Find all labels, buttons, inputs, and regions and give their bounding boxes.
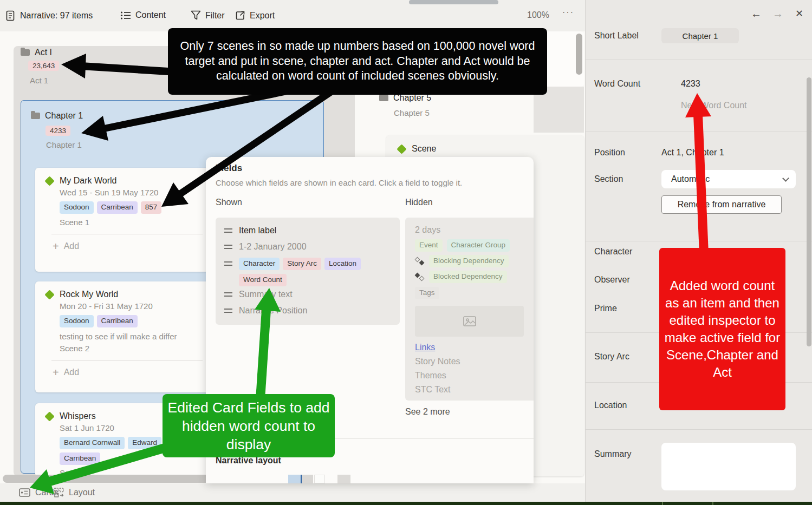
act-header[interactable]: Act I bbox=[21, 48, 52, 57]
taskbar-divider bbox=[662, 502, 663, 505]
folder-icon bbox=[379, 95, 388, 101]
drag-handle-icon[interactable] bbox=[224, 228, 232, 233]
field-event-badge[interactable]: Event bbox=[415, 239, 443, 252]
field-duration[interactable]: 2 days bbox=[405, 222, 534, 238]
section-label: Section bbox=[594, 174, 623, 184]
dialog-title: Fields bbox=[216, 163, 242, 174]
layout-icon bbox=[54, 488, 64, 497]
section-select[interactable]: Automatic bbox=[661, 170, 796, 188]
field-story-notes[interactable]: Story Notes bbox=[405, 355, 534, 369]
scene-date: Wed 15 - Sun 19 May 1720 bbox=[60, 188, 203, 197]
filter-button[interactable]: Filter bbox=[191, 10, 225, 21]
drag-handle-icon[interactable] bbox=[224, 261, 232, 266]
layout-label: Layout bbox=[69, 488, 95, 497]
scene-diamond-icon bbox=[397, 144, 406, 154]
add-button[interactable]: Add bbox=[53, 360, 203, 386]
zoom-level[interactable]: 100% bbox=[527, 10, 549, 20]
cards-button[interactable]: Cards bbox=[19, 488, 59, 497]
taskbar-strip bbox=[0, 502, 812, 505]
app-window: Narrative: 97 items Content Filter Expor… bbox=[0, 0, 812, 505]
location-label: Location bbox=[594, 401, 627, 410]
chapter-word-count-badge[interactable]: 4233 bbox=[46, 126, 70, 136]
scene-title: My Dark World bbox=[60, 176, 117, 186]
content-button[interactable]: Content bbox=[120, 10, 166, 20]
field-links[interactable]: Links bbox=[405, 340, 534, 355]
annotation-note-black: Only 7 scenes in so made up numbers base… bbox=[168, 28, 547, 95]
content-list-icon bbox=[120, 11, 131, 20]
field-character-badge[interactable]: Character bbox=[239, 258, 280, 270]
back-arrow-icon[interactable]: ← bbox=[751, 8, 762, 20]
export-button[interactable]: Export bbox=[235, 10, 275, 21]
field-badges-row[interactable]: Character Story Arc Location Word Count bbox=[216, 255, 400, 286]
more-menu-button[interactable]: ··· bbox=[562, 8, 574, 17]
act-title: Act I bbox=[35, 48, 52, 57]
export-icon bbox=[235, 10, 245, 21]
shown-header: Shown bbox=[216, 198, 242, 207]
field-stc-text[interactable]: STC Text bbox=[405, 383, 534, 397]
field-item-label[interactable]: Item label bbox=[216, 222, 400, 239]
short-label-value[interactable]: Chapter 1 bbox=[661, 28, 739, 43]
scene-diamond-icon bbox=[44, 176, 54, 186]
folder-icon bbox=[31, 113, 40, 119]
annotation-note-red: Added word count as an item and then edi… bbox=[659, 248, 785, 410]
field-narrative-position[interactable]: Narrative Position bbox=[216, 303, 400, 319]
chapter5-short-label: Chapter 5 bbox=[394, 108, 430, 117]
scene-summary: testing to see if will make a differ bbox=[60, 332, 203, 341]
field-story-arc-badge[interactable]: Story Arc bbox=[283, 258, 321, 270]
blocked-dependency-icon bbox=[415, 273, 425, 281]
position-label: Position bbox=[594, 148, 625, 158]
forward-arrow-icon[interactable]: → bbox=[772, 8, 783, 20]
drag-handle-icon[interactable] bbox=[224, 292, 232, 297]
short-label-label: Short Label bbox=[594, 31, 639, 41]
filter-label: Filter bbox=[205, 11, 225, 21]
scene-card[interactable]: My Dark World Wed 15 - Sun 19 May 1720 S… bbox=[35, 168, 211, 272]
field-summary-text[interactable]: Summary text bbox=[216, 286, 400, 303]
toolbar: Narrative: 97 items Content Filter Expor… bbox=[0, 0, 585, 31]
act-word-count-badge[interactable]: 23,643 bbox=[28, 61, 59, 71]
position-value: Act 1, Chapter 1 bbox=[661, 148, 724, 158]
narrative-menu[interactable]: Narrative: 97 items bbox=[5, 10, 93, 21]
field-tags[interactable]: Tags bbox=[405, 285, 534, 301]
footer-bar: Cards Layout bbox=[0, 483, 585, 502]
chapter-title: Chapter 1 bbox=[45, 111, 83, 121]
remove-from-narrative-button[interactable]: Remove from narrative bbox=[661, 195, 782, 214]
drag-handle-icon[interactable] bbox=[224, 309, 232, 313]
field-word-count-badge[interactable]: Word Count bbox=[239, 274, 287, 286]
field-themes[interactable]: Themes bbox=[405, 369, 534, 383]
scene-title: Scene bbox=[412, 144, 436, 154]
chapter-header[interactable]: Chapter 1 bbox=[31, 111, 83, 121]
scene-card[interactable]: Rock My World Mon 20 - Fri 31 May 1720 S… bbox=[35, 281, 211, 392]
add-button[interactable]: Add bbox=[53, 234, 203, 260]
window-tab bbox=[409, 0, 498, 4]
character-badge[interactable]: Edward bbox=[128, 437, 161, 449]
drag-handle-icon[interactable] bbox=[224, 245, 232, 249]
scene-position: Scene 1 bbox=[60, 218, 203, 227]
divider bbox=[586, 132, 812, 132]
more-icon: ··· bbox=[562, 8, 574, 17]
summary-textarea[interactable] bbox=[661, 443, 796, 490]
narrative-layout-preview[interactable] bbox=[206, 475, 534, 483]
close-icon[interactable]: ✕ bbox=[795, 8, 803, 19]
character-badge[interactable]: Bernard Cornwall bbox=[60, 437, 125, 449]
field-image[interactable] bbox=[415, 306, 524, 337]
location-badge[interactable]: Carribean bbox=[60, 452, 100, 465]
character-badge[interactable]: Sodoon bbox=[60, 315, 94, 327]
word-count-value[interactable]: 4233 bbox=[681, 79, 700, 89]
new-word-count-button[interactable]: New Word Count bbox=[681, 101, 747, 110]
character-badge[interactable]: Sodoon bbox=[60, 201, 94, 214]
layout-button[interactable]: Layout bbox=[54, 488, 95, 497]
export-label: Export bbox=[250, 11, 275, 21]
location-badge[interactable]: Carribean bbox=[97, 201, 138, 214]
inspector-scrollbar-thumb[interactable] bbox=[807, 77, 811, 346]
field-hidden-badges[interactable]: Event Character Group bbox=[405, 238, 534, 253]
see-more-link[interactable]: See 2 more bbox=[405, 407, 450, 417]
field-location-badge[interactable]: Location bbox=[324, 258, 361, 270]
field-blocking-dependency[interactable]: Blocking Dependency bbox=[405, 253, 534, 269]
location-badge[interactable]: Carribean bbox=[97, 315, 138, 327]
word-count-badge[interactable]: 857 bbox=[141, 201, 162, 214]
scene-title: Rock My World bbox=[60, 290, 118, 299]
field-character-group-badge[interactable]: Character Group bbox=[447, 239, 510, 252]
field-date-range[interactable]: 1-2 January 2000 bbox=[216, 239, 400, 255]
field-blocked-dependency[interactable]: Blocked Dependency bbox=[405, 269, 534, 285]
vertical-scrollbar-thumb[interactable] bbox=[576, 34, 582, 75]
